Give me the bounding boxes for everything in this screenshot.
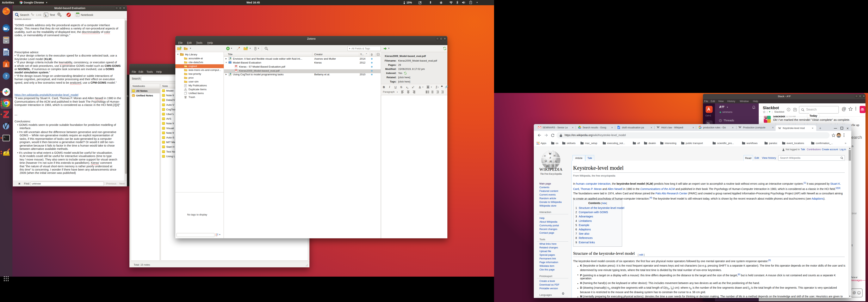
svg-text:PDF: PDF <box>235 70 237 71</box>
svg-text:И: И <box>554 154 556 157</box>
svg-text:?: ? <box>5 74 7 78</box>
svg-text:ي: ي <box>549 156 551 159</box>
svg-text:ω: ω <box>544 154 546 157</box>
svg-text:W: W <box>549 152 552 155</box>
svg-text:ん: ん <box>555 160 557 162</box>
svg-text:>_: >_ <box>4 136 6 138</box>
svg-text:Ω: Ω <box>545 159 547 162</box>
svg-text:ა: ა <box>556 164 557 166</box>
svg-text:維: 維 <box>549 160 552 163</box>
svg-text:PDF: PDF <box>235 66 237 67</box>
svg-text:b: b <box>45 14 46 16</box>
